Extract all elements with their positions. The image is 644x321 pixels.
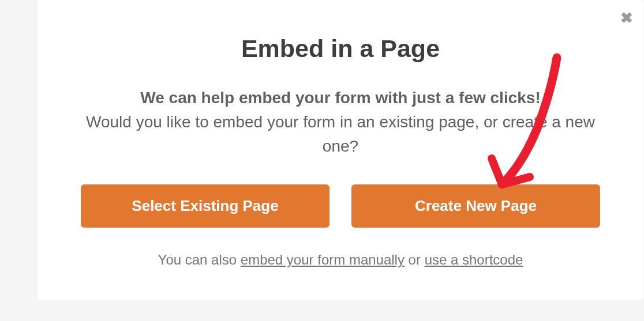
modal-title: Embed in a Page [81, 35, 600, 63]
create-new-page-button[interactable]: Create New Page [351, 184, 600, 228]
use-shortcode-link[interactable]: use a shortcode [425, 252, 523, 267]
modal-subtitle: We can help embed your form with just a … [81, 86, 600, 158]
subtitle-normal-text: Would you like to embed your form in an … [81, 110, 600, 158]
footer-text: You can also embed your form manually or… [81, 252, 600, 268]
embed-modal: ✖ Embed in a Page We can help embed your… [38, 0, 643, 300]
subtitle-bold-text: We can help embed your form with just a … [81, 86, 600, 110]
footer-middle: or [405, 252, 425, 267]
select-existing-page-button[interactable]: Select Existing Page [81, 184, 330, 228]
embed-manually-link[interactable]: embed your form manually [241, 252, 405, 267]
footer-prefix: You can also [158, 252, 241, 267]
close-icon[interactable]: ✖ [620, 10, 633, 25]
button-row: Select Existing Page Create New Page [81, 184, 600, 228]
